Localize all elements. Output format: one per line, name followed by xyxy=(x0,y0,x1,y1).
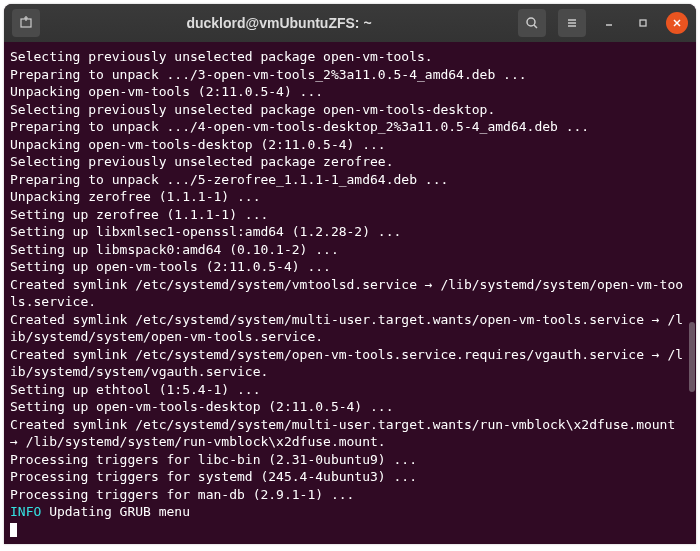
maximize-button[interactable] xyxy=(632,12,654,34)
terminal-line: Setting up libmspack0:amd64 (0.10.1-2) .… xyxy=(10,241,690,259)
terminal-line: Selecting previously unselected package … xyxy=(10,153,690,171)
terminal-line: Preparing to unpack .../3-open-vm-tools_… xyxy=(10,66,690,84)
titlebar: ducklord@vmUbuntuZFS: ~ xyxy=(4,4,696,42)
terminal-line: Processing triggers for systemd (245.4-4… xyxy=(10,468,690,486)
terminal-window: ducklord@vmUbuntuZFS: ~ Selecting previo… xyxy=(4,4,696,544)
terminal-line: Unpacking open-vm-tools (2:11.0.5-4) ... xyxy=(10,83,690,101)
svg-rect-9 xyxy=(640,20,646,26)
close-button[interactable] xyxy=(666,12,688,34)
window-title: ducklord@vmUbuntuZFS: ~ xyxy=(46,15,512,31)
terminal-line: Setting up libxmlsec1-openssl:amd64 (1.2… xyxy=(10,223,690,241)
menu-button[interactable] xyxy=(558,9,586,37)
terminal-line: Setting up ethtool (1:5.4-1) ... xyxy=(10,381,690,399)
terminal-line: Selecting previously unselected package … xyxy=(10,101,690,119)
terminal-line: Created symlink /etc/systemd/system/mult… xyxy=(10,311,690,346)
terminal-cursor-line xyxy=(10,521,690,539)
terminal-line: Processing triggers for libc-bin (2.31-0… xyxy=(10,451,690,469)
info-tag: INFO xyxy=(10,504,41,519)
info-text: Updating GRUB menu xyxy=(41,504,190,519)
terminal-line: Setting up zerofree (1.1.1-1) ... xyxy=(10,206,690,224)
terminal-line: Preparing to unpack .../5-zerofree_1.1.1… xyxy=(10,171,690,189)
terminal-line: Created symlink /etc/systemd/system/mult… xyxy=(10,416,690,451)
terminal-line: Processing triggers for man-db (2.9.1-1)… xyxy=(10,486,690,504)
terminal-line: Setting up open-vm-tools-desktop (2:11.0… xyxy=(10,398,690,416)
svg-point-3 xyxy=(527,18,535,26)
terminal-line: Setting up open-vm-tools (2:11.0.5-4) ..… xyxy=(10,258,690,276)
terminal-line: Preparing to unpack .../4-open-vm-tools-… xyxy=(10,118,690,136)
terminal-line: Created symlink /etc/systemd/system/open… xyxy=(10,346,690,381)
cursor-icon xyxy=(10,523,17,537)
terminal-body[interactable]: Selecting previously unselected package … xyxy=(4,42,696,544)
scrollbar-thumb[interactable] xyxy=(689,322,695,392)
minimize-button[interactable] xyxy=(598,12,620,34)
new-tab-button[interactable] xyxy=(12,9,40,37)
search-button[interactable] xyxy=(518,9,546,37)
terminal-line-info: INFO Updating GRUB menu xyxy=(10,503,690,521)
terminal-line: Unpacking open-vm-tools-desktop (2:11.0.… xyxy=(10,136,690,154)
svg-line-4 xyxy=(534,25,537,28)
terminal-line: Selecting previously unselected package … xyxy=(10,48,690,66)
terminal-line: Created symlink /etc/systemd/system/vmto… xyxy=(10,276,690,311)
terminal-line: Unpacking zerofree (1.1.1-1) ... xyxy=(10,188,690,206)
